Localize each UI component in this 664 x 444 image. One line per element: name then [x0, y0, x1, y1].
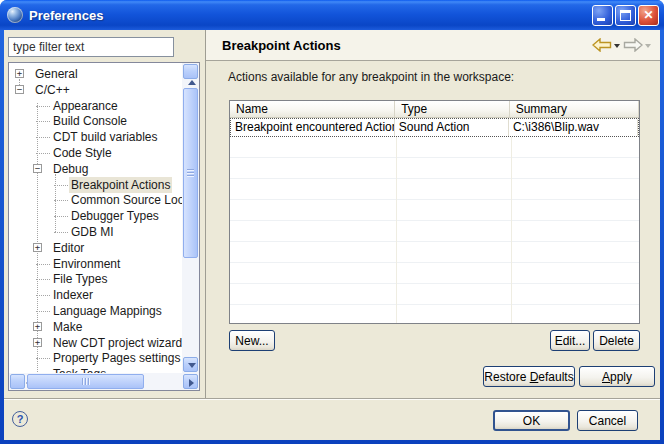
tree-connector [36, 264, 50, 265]
minimize-icon [597, 18, 605, 21]
tree-item-general[interactable]: +General [9, 66, 182, 82]
scroll-right-button[interactable] [183, 374, 198, 389]
scroll-up-button[interactable] [183, 64, 198, 79]
tree-item-debugger-types[interactable]: Debugger Types [9, 208, 182, 224]
tree-connector [36, 358, 50, 359]
column-header-summary[interactable]: Summary [510, 101, 639, 117]
restore-defaults-button[interactable]: Restore Defaults [483, 366, 575, 387]
back-dropdown-icon[interactable] [614, 44, 620, 48]
button-label: Restore [484, 370, 529, 384]
tree-connector [54, 185, 68, 186]
tree-item-c-c[interactable]: −C/C++ [9, 82, 182, 98]
page-description: Actions available for any breakpoint in … [228, 70, 514, 84]
expand-icon[interactable]: + [33, 243, 42, 252]
page-title: Breakpoint Actions [222, 30, 341, 61]
empty-table-row [230, 305, 639, 323]
delete-button[interactable]: Delete [593, 330, 640, 351]
tree-item-breakpoint-actions[interactable]: Breakpoint Actions [9, 177, 182, 193]
button-label: pply [610, 370, 632, 384]
tree-item-label: Common Source Lookup [69, 192, 182, 208]
tree-connector [54, 232, 68, 233]
button-accel: A [602, 370, 610, 384]
help-button[interactable]: ? [12, 409, 32, 429]
table-empty-area[interactable] [230, 137, 639, 323]
close-icon: ✕ [639, 6, 658, 25]
tree-connector [54, 216, 68, 217]
column-header-name[interactable]: Name [230, 101, 395, 117]
tree-item-label: New CDT project wizard [51, 335, 182, 351]
tree-item-environment[interactable]: Environment [9, 256, 182, 272]
tree-item-make[interactable]: +Make [9, 319, 182, 335]
tree-item-appearance[interactable]: Appearance [9, 98, 182, 114]
tree-item-code-style[interactable]: Code Style [9, 145, 182, 161]
cancel-button[interactable]: Cancel [577, 410, 638, 431]
tree-item-label: Language Mappings [51, 303, 164, 319]
tree-item-property-pages-settings[interactable]: Property Pages settings [9, 350, 182, 366]
collapse-icon[interactable]: − [33, 164, 42, 173]
button-label: efaults [538, 370, 573, 384]
tree-item-gdb-mi[interactable]: GDB MI [9, 224, 182, 240]
tree-connector [54, 200, 68, 201]
tree-item-build-console[interactable]: Build Console [9, 113, 182, 129]
apply-button[interactable]: Apply [579, 366, 655, 387]
tree-horizontal-scrollbar[interactable] [9, 373, 199, 390]
tree-item-label: Task Tags [51, 366, 108, 373]
tree-item-task-tags[interactable]: Task Tags [9, 366, 182, 373]
scroll-down-button[interactable] [183, 357, 198, 372]
maximize-button[interactable] [615, 5, 636, 26]
tree-connector [36, 121, 50, 122]
tree-item-debug[interactable]: −Debug [9, 161, 182, 177]
tree-rows: +General−C/C++AppearanceBuild ConsoleCDT… [9, 63, 182, 373]
tree-item-file-types[interactable]: File Types [9, 271, 182, 287]
tree-item-common-source-lookup[interactable]: Common Source Lookup [9, 192, 182, 208]
tree-item-editor[interactable]: +Editor [9, 240, 182, 256]
history-navigation [592, 38, 654, 52]
preferences-tree: +General−C/C++AppearanceBuild ConsoleCDT… [8, 62, 200, 391]
vertical-scrollbar-thumb[interactable] [183, 88, 198, 258]
tree-vertical-scrollbar[interactable] [182, 63, 199, 373]
tree-connector [36, 279, 50, 280]
column-divider [396, 137, 397, 323]
table-cell-name: Breakpoint encountered Action [231, 119, 395, 136]
tree-item-label: General [33, 66, 80, 82]
empty-table-row [230, 158, 639, 179]
close-button[interactable]: ✕ [638, 5, 659, 26]
collapse-icon[interactable]: − [15, 85, 24, 94]
tree-item-cdt-build-variables[interactable]: CDT build variables [9, 129, 182, 145]
chevron-right-icon [189, 379, 204, 387]
back-arrow-icon[interactable] [592, 38, 612, 52]
scroll-left-button[interactable] [10, 374, 25, 389]
tree-item-label: Appearance [51, 98, 120, 114]
new-button[interactable]: New... [229, 330, 275, 351]
tree-item-label: C/C++ [33, 82, 72, 98]
title-bar: Preferences ✕ [0, 0, 664, 30]
table-row-selected[interactable]: Breakpoint encountered ActionSound Actio… [230, 118, 639, 137]
empty-table-row [230, 179, 639, 200]
minimize-button[interactable] [592, 5, 613, 26]
tree-item-label: Build Console [51, 113, 129, 129]
empty-table-row [230, 200, 639, 221]
expand-icon[interactable]: + [33, 322, 42, 331]
forward-arrow-icon[interactable] [623, 38, 643, 52]
empty-table-row [230, 263, 639, 284]
tree-connector [36, 295, 50, 296]
tree-item-language-mappings[interactable]: Language Mappings [9, 303, 182, 319]
eclipse-icon [7, 7, 23, 23]
maximize-icon [620, 10, 631, 21]
tree-item-label: Breakpoint Actions [69, 177, 172, 193]
tree-item-indexer[interactable]: Indexer [9, 287, 182, 303]
empty-table-row [230, 221, 639, 242]
preferences-dialog: Preferences ✕ +General−C/C++AppearanceBu… [0, 0, 664, 444]
tree-item-new-cdt-project-wizard[interactable]: +New CDT project wizard [9, 335, 182, 351]
empty-table-row [230, 284, 639, 305]
edit-button[interactable]: Edit... [550, 330, 590, 351]
tree-item-label: Debugger Types [69, 208, 161, 224]
expand-icon[interactable]: + [15, 69, 24, 78]
tree-connector [36, 106, 50, 107]
ok-button[interactable]: OK [493, 410, 570, 431]
forward-dropdown-icon[interactable] [645, 44, 651, 48]
filter-input[interactable] [8, 37, 174, 57]
horizontal-scrollbar-thumb[interactable] [27, 374, 144, 389]
column-header-type[interactable]: Type [395, 101, 509, 117]
expand-icon[interactable]: + [33, 338, 42, 347]
